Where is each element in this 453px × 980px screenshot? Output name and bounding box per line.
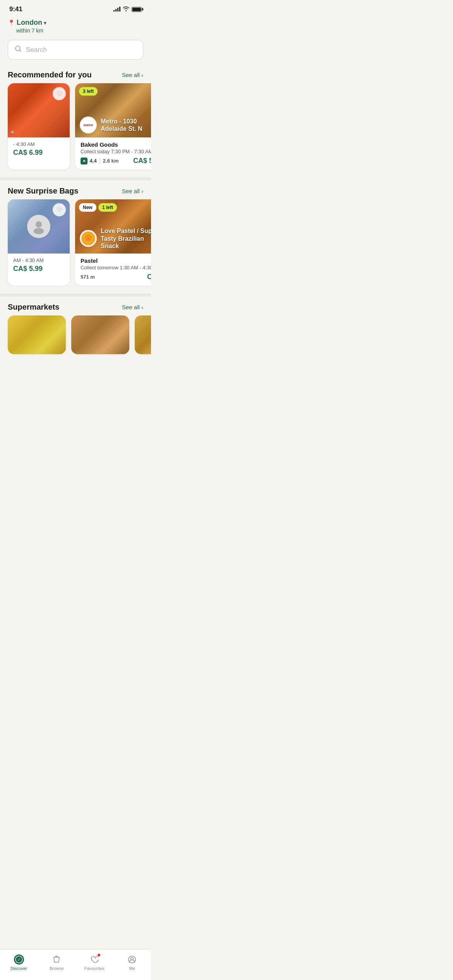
- location-pin-icon: 📍: [8, 19, 15, 26]
- card-image-grocery: ♡ d.: [8, 83, 70, 137]
- super-card-3[interactable]: [135, 315, 151, 354]
- store-card-pastel[interactable]: New 1 left Love Pastel / Supper Tasty Br…: [75, 199, 151, 286]
- svg-point-1: [36, 221, 42, 228]
- supermarkets-section-header: Supermarkets See all ›: [0, 298, 151, 315]
- stock-badge-metro: 3 left: [79, 87, 98, 96]
- card-meta-left-pastel: 571 m: [81, 274, 95, 280]
- super-img-3: [135, 315, 151, 354]
- card-type-metro: Baked Goods: [81, 141, 151, 148]
- section-divider-2: [0, 293, 151, 296]
- card-info-pastel: Pastel Collect tomorrow 1:30 AM - 4:30 A…: [75, 254, 151, 286]
- card-info-partial-1: - 4:30 AM CA$ 6.99: [8, 137, 70, 161]
- store-card-metro[interactable]: 3 left metro Metro - 1030 Adelaide St. N…: [75, 83, 151, 170]
- stock-badge-pastel: 1 left: [98, 203, 117, 212]
- battery-icon: [132, 7, 142, 12]
- metro-store-name: Metro - 1030 Adelaide St. N: [101, 118, 151, 132]
- supermarkets-scroll: [0, 315, 151, 360]
- pipe-metro: |: [99, 158, 101, 164]
- super-img-2: [71, 315, 129, 354]
- badge-new-pastel: New: [79, 203, 96, 212]
- search-container: Search: [0, 35, 151, 66]
- new-bags-see-all[interactable]: See all ›: [122, 188, 143, 194]
- partial-store-avatar: [27, 215, 50, 238]
- recommended-title: Recommended for you: [8, 70, 92, 79]
- svg-point-2: [34, 228, 44, 234]
- card-meta-left-metro: ★ 4.4 | 2.6 km: [81, 158, 118, 164]
- chevron-down-icon[interactable]: ▾: [44, 20, 46, 26]
- card-distance-pastel: 571 m: [81, 274, 95, 280]
- collect-time-partial-2: AM - 4:30 AM: [13, 257, 64, 263]
- favourite-button-2[interactable]: ♡: [53, 203, 66, 216]
- super-card-1[interactable]: [8, 315, 66, 354]
- price-partial-1: CA$ 6.99: [13, 149, 64, 157]
- pastel-logo-circle: [80, 230, 97, 247]
- new-bags-section-header: New Surprise Bags See all ›: [0, 182, 151, 199]
- status-time: 9:41: [9, 5, 22, 13]
- recommended-see-all[interactable]: See all ›: [122, 72, 143, 78]
- card-rating-metro: 4.4: [88, 158, 97, 164]
- location-city: London: [17, 19, 42, 27]
- search-input[interactable]: Search: [26, 46, 47, 54]
- card-collect-metro: Collect today 7:30 PM - 7:30 AM: [81, 149, 151, 154]
- new-bags-cards-scroll: ♡ AM - 4:30 AM CA$ 5.99 New 1 left: [0, 199, 151, 292]
- status-bar: 9:41: [0, 0, 151, 15]
- card-image-partial-2: ♡: [8, 199, 70, 254]
- metro-logo-text: metro: [83, 123, 93, 127]
- store-label-partial: d.: [11, 130, 15, 134]
- favourite-button-1[interactable]: ♡: [53, 87, 66, 100]
- supermarkets-title: Supermarkets: [8, 303, 59, 312]
- store-logo-overlay-metro: metro Metro - 1030 Adelaide St. N: [80, 117, 151, 134]
- card-meta-pastel: 571 m CA$: [81, 273, 151, 281]
- recommended-cards-scroll: ♡ d. - 4:30 AM CA$ 6.99 3 left metro Met…: [0, 83, 151, 176]
- card-price-pastel: CA$: [147, 273, 151, 281]
- card-collect-pastel: Collect tomorrow 1:30 AM - 4:30 AM: [81, 265, 151, 271]
- store-logo-overlay-pastel: Love Pastel / Supper Tasty Brazilian Sna…: [80, 227, 151, 250]
- location-row[interactable]: 📍 London ▾: [8, 19, 143, 27]
- store-card-partial-1[interactable]: ♡ d. - 4:30 AM CA$ 6.99: [8, 83, 70, 170]
- location-header[interactable]: 📍 London ▾ within 7 km: [0, 15, 151, 35]
- status-icons: [113, 6, 142, 12]
- signal-icon: [113, 7, 120, 12]
- location-radius: within 7 km: [8, 27, 143, 34]
- recommended-section-header: Recommended for you See all ›: [0, 66, 151, 83]
- wifi-icon: [123, 6, 129, 12]
- super-card-2[interactable]: [71, 315, 129, 354]
- price-partial-2: CA$ 5.99: [13, 265, 64, 273]
- new-bags-title: New Surprise Bags: [8, 187, 78, 195]
- card-meta-metro: ★ 4.4 | 2.6 km CA$ 5.9: [81, 157, 151, 165]
- card-type-pastel: Pastel: [81, 257, 151, 264]
- store-card-partial-2[interactable]: ♡ AM - 4:30 AM CA$ 5.99: [8, 199, 70, 286]
- supermarkets-see-all[interactable]: See all ›: [122, 304, 143, 310]
- card-distance-metro: 2.6 km: [103, 158, 118, 164]
- collect-time-partial-1: - 4:30 AM: [13, 141, 64, 147]
- card-info-metro: Baked Goods Collect today 7:30 PM - 7:30…: [75, 137, 151, 170]
- section-divider-1: [0, 177, 151, 180]
- search-bar[interactable]: Search: [8, 40, 143, 60]
- rating-star-icon: ★: [81, 158, 88, 164]
- pastel-store-name: Love Pastel / Supper Tasty Brazilian Sna…: [101, 227, 151, 250]
- metro-logo-circle: metro: [80, 117, 97, 134]
- card-price-metro: CA$ 5.9: [133, 157, 151, 165]
- super-img-1: [8, 315, 66, 354]
- card-image-pastel: New 1 left Love Pastel / Supper Tasty Br…: [75, 199, 151, 254]
- card-image-metro: 3 left metro Metro - 1030 Adelaide St. N: [75, 83, 151, 137]
- card-info-partial-2: AM - 4:30 AM CA$ 5.99: [8, 254, 70, 278]
- search-icon: [14, 45, 22, 55]
